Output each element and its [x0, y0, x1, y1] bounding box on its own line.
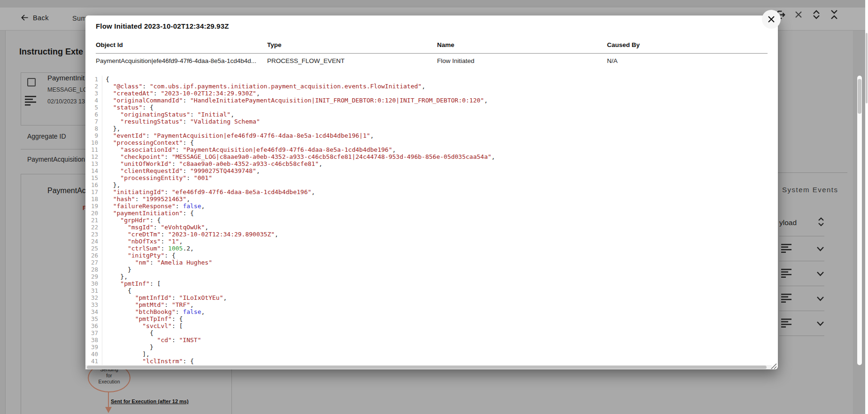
app-root: Back Sum Instructing Exte PaymentInit ME… — [0, 0, 868, 414]
vertical-scrollbar-track — [857, 76, 862, 365]
event-table-headers: Object IdTypeNameCaused By — [96, 41, 768, 54]
event-table-row: PaymentAcquisition|efe46fd9-47f6-4daa-8e… — [96, 57, 768, 64]
resize-handle-icon[interactable] — [771, 363, 777, 369]
line-numbers: 1234567891011121314151617181920212223242… — [85, 76, 102, 365]
column-header: Type — [267, 41, 437, 48]
dialog-close-button[interactable] — [762, 10, 781, 29]
table-cell: PROCESS_FLOW_EVENT — [267, 57, 437, 64]
close-icon — [767, 15, 776, 24]
table-cell: PaymentAcquisition|efe46fd9-47f6-4daa-8e… — [96, 57, 267, 64]
json-viewer[interactable]: 1234567891011121314151617181920212223242… — [85, 76, 772, 365]
column-header: Caused By — [607, 41, 768, 48]
column-header: Name — [437, 41, 607, 48]
event-detail-dialog: Flow Initiated 2023-10-02T12:34:29.93Z O… — [85, 16, 778, 369]
horizontal-scrollbar-thumb[interactable] — [87, 366, 767, 369]
dialog-title: Flow Initiated 2023-10-02T12:34:29.93Z — [96, 22, 229, 30]
code-content: { "@class": "com.ubs.ipf.payments.initia… — [102, 76, 495, 365]
vertical-scrollbar-thumb[interactable] — [858, 79, 861, 114]
table-cell: Flow Initiated — [437, 57, 607, 64]
column-header: Object Id — [96, 41, 267, 48]
browser-scrollbar-thumb[interactable] — [866, 33, 868, 103]
table-cell: N/A — [607, 57, 768, 64]
